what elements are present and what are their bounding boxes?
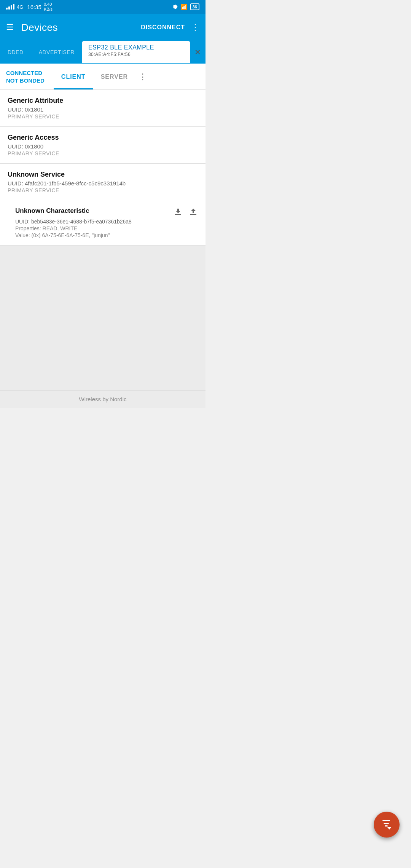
tab-esp32[interactable]: ESP32 BLE EXAMPLE 30:AE:A4:F5:FA:56 xyxy=(82,41,190,63)
services-list: Generic Attribute UUID: 0x1801 PRIMARY S… xyxy=(0,90,206,246)
tabs-more-icon[interactable]: ⋮ xyxy=(139,72,147,82)
service-name-1: Generic Attribute xyxy=(8,97,198,105)
service-name-3: Unknown Service xyxy=(8,171,198,179)
footer-text: Wireless by Nordic xyxy=(79,396,126,402)
service-unknown[interactable]: Unknown Service UUID: 4fafc201-1fb5-459e… xyxy=(0,164,206,200)
more-options-icon[interactable]: ⋮ xyxy=(191,22,199,32)
client-server-tabs: CLIENT SERVER ⋮ xyxy=(54,64,199,89)
status-bar: 4G 16:35 0.40KB/s ⭓ 📶 36 xyxy=(0,0,206,14)
connection-row: CONNECTED NOT BONDED CLIENT SERVER ⋮ xyxy=(0,64,206,90)
write-icon[interactable] xyxy=(189,207,198,219)
service-name-2: Generic Access xyxy=(8,134,198,142)
svg-rect-0 xyxy=(175,214,181,215)
connection-status: CONNECTED NOT BONDED xyxy=(6,69,45,84)
service-generic-attribute[interactable]: Generic Attribute UUID: 0x1801 PRIMARY S… xyxy=(0,90,206,127)
service-type-2: PRIMARY SERVICE xyxy=(8,150,198,156)
service-type-1: PRIMARY SERVICE xyxy=(8,113,198,120)
close-tab-icon[interactable]: ✕ xyxy=(190,48,206,57)
data-speed: 0.40KB/s xyxy=(44,2,53,12)
read-icon[interactable] xyxy=(174,207,183,219)
bluetooth-icon: ⭓ xyxy=(173,4,178,10)
char-name: Unknown Characteristic xyxy=(15,207,89,215)
time: 16:35 xyxy=(27,4,41,10)
service-generic-access[interactable]: Generic Access UUID: 0x1800 PRIMARY SERV… xyxy=(0,127,206,164)
empty-content-area xyxy=(0,246,206,390)
tab-server[interactable]: SERVER xyxy=(93,64,136,89)
footer: Wireless by Nordic xyxy=(0,390,206,408)
app-bar: ☰ Devices DISCONNECT ⋮ xyxy=(0,14,206,41)
app-title: Devices xyxy=(21,22,141,34)
svg-rect-1 xyxy=(190,214,196,215)
char-uuid: UUID: beb5483e-36e1-4688-b7f5-ea07361b26… xyxy=(15,219,198,225)
char-value: Value: (0x) 6A-75-6E-6A-75-6E, "junjun" xyxy=(15,232,198,238)
connected-label: CONNECTED xyxy=(6,69,45,77)
wifi-icon: 📶 xyxy=(181,4,187,10)
signal-icon xyxy=(6,4,14,10)
bonded-label: NOT BONDED xyxy=(6,77,45,85)
disconnect-button[interactable]: DISCONNECT xyxy=(141,24,185,31)
device-tab-bar: DDED ADVERTISER ESP32 BLE EXAMPLE 30:AE:… xyxy=(0,41,206,64)
characteristic-unknown[interactable]: Unknown Characteristic xyxy=(0,200,206,246)
battery-indicator: 36 xyxy=(190,3,199,10)
service-uuid-1: UUID: 0x1801 xyxy=(8,106,198,113)
network-type: 4G xyxy=(17,4,23,10)
tab-advertiser[interactable]: ADVERTISER xyxy=(31,41,82,63)
hamburger-icon[interactable]: ☰ xyxy=(6,23,14,32)
service-uuid-3: UUID: 4fafc201-1fb5-459e-8fcc-c5c9c33191… xyxy=(8,180,198,187)
tab-dded[interactable]: DDED xyxy=(0,41,31,63)
service-type-3: PRIMARY SERVICE xyxy=(8,187,198,193)
tab-client[interactable]: CLIENT xyxy=(54,64,93,89)
char-properties: Properties: READ, WRITE xyxy=(15,225,198,231)
device-name: ESP32 BLE EXAMPLE xyxy=(88,44,154,51)
service-uuid-2: UUID: 0x1800 xyxy=(8,143,198,150)
device-mac: 30:AE:A4:F5:FA:56 xyxy=(88,52,131,57)
